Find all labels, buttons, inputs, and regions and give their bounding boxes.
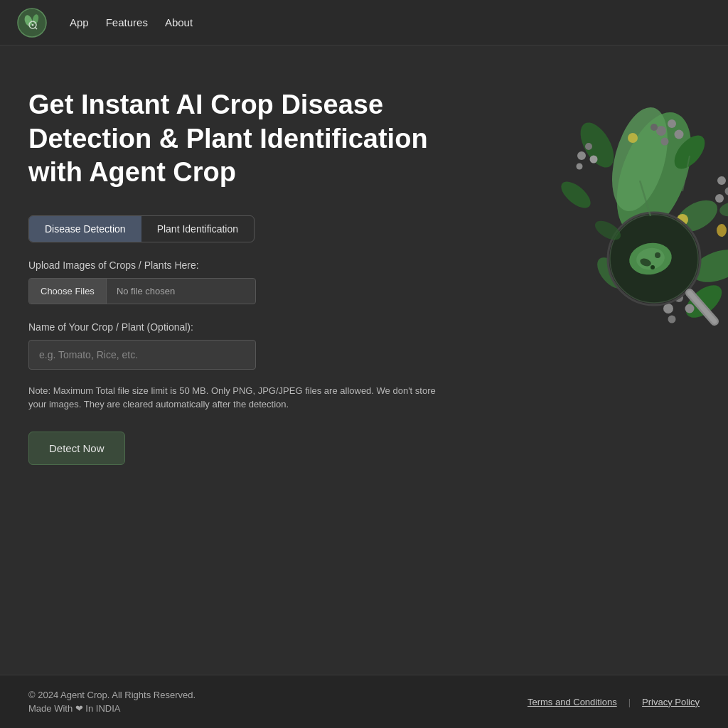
footer-right: Terms and Conditions | Privacy Policy [528,697,700,707]
crop-name-input[interactable] [28,340,256,370]
nav-link-about[interactable]: About [165,16,193,28]
svg-point-23 [651,124,658,131]
svg-point-21 [675,130,684,139]
svg-point-39 [655,252,660,258]
svg-point-26 [715,194,724,203]
svg-point-13 [585,143,592,150]
tab-disease-detection[interactable]: Disease Detection [29,216,141,242]
left-panel: Get Instant AI Crop Disease Detection & … [28,88,441,465]
footer: © 2024 Agent Crop. All Rights Reserved. … [0,675,728,728]
svg-point-24 [717,176,726,185]
hero-title: Get Instant AI Crop Disease Detection & … [28,88,441,190]
svg-point-19 [656,126,666,136]
name-label: Name of Your Crop / Plant (Optional): [28,321,441,333]
svg-point-40 [651,265,655,269]
hero-illustration [469,88,728,358]
footer-left: © 2024 Agent Crop. All Rights Reserved. … [28,690,196,714]
footer-inner: © 2024 Agent Crop. All Rights Reserved. … [28,690,700,714]
svg-point-14 [590,156,598,164]
nav-links: App Features About [70,16,193,28]
terms-link[interactable]: Terms and Conditions [528,697,617,707]
upload-label: Upload Images of Crops / Plants Here: [28,259,441,271]
svg-point-20 [668,119,676,128]
svg-point-5 [32,23,34,26]
logo [17,8,47,38]
detect-now-button[interactable]: Detect Now [28,432,125,465]
svg-point-25 [725,188,729,196]
navbar: App Features About [0,0,728,46]
file-input-wrapper: Choose Files No file chosen [28,278,256,304]
svg-point-33 [717,224,727,237]
no-file-text: No file chosen [107,279,185,304]
choose-files-button[interactable]: Choose Files [29,279,107,304]
svg-point-22 [661,138,669,146]
svg-point-12 [577,151,586,160]
note-text: Note: Maximum Total file size limit is 5… [28,384,441,412]
tab-plant-identification[interactable]: Plant Identification [141,216,254,242]
right-panel [469,88,728,373]
svg-point-27 [663,304,673,314]
svg-point-32 [628,133,638,143]
main-content: Get Instant AI Crop Disease Detection & … [0,46,728,675]
svg-point-11 [557,177,595,213]
tab-group: Disease Detection Plant Identification [28,215,255,242]
nav-link-features[interactable]: Features [106,16,148,28]
footer-copyright: © 2024 Agent Crop. All Rights Reserved. [28,690,196,700]
footer-divider: | [628,697,631,707]
privacy-link[interactable]: Privacy Policy [642,697,700,707]
logo-icon [17,8,47,38]
svg-point-30 [668,316,676,323]
svg-point-15 [577,164,583,170]
svg-point-29 [685,304,695,314]
nav-link-app[interactable]: App [70,16,89,28]
footer-made-with: Made With ❤ In INDIA [28,703,196,714]
